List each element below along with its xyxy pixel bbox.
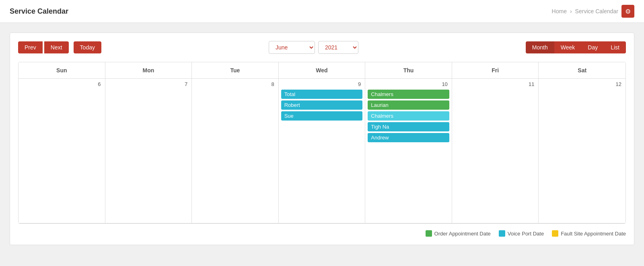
- calendar-event[interactable]: Robert: [281, 100, 363, 110]
- view-list-button[interactable]: List: [604, 41, 626, 53]
- calendar-header: SunMonTueWedThuFriSat: [19, 62, 625, 79]
- calendar-event[interactable]: Sue: [281, 111, 363, 121]
- month-year-selectors: JanuaryFebruaryMarchAprilMayJuneJulyAugu…: [269, 41, 358, 54]
- calendar-body: 6789TotalRobertSue10ChalmersLaurianChalm…: [19, 79, 625, 223]
- calendar-cell: 11: [452, 79, 539, 223]
- calendar-cell: 6: [19, 79, 105, 223]
- legend-order-label: Order Appointment Date: [434, 231, 491, 237]
- cell-date: 6: [21, 81, 103, 87]
- cell-date: 11: [455, 81, 536, 87]
- calendar-container: Prev Next Today JanuaryFebruaryMarchApri…: [10, 33, 634, 245]
- breadcrumb-home[interactable]: Home: [552, 8, 567, 14]
- calendar-header-cell: Sat: [539, 62, 625, 78]
- legend-order: Order Appointment Date: [426, 230, 491, 237]
- calendar-event[interactable]: Andrew: [368, 133, 449, 142]
- legend-voice-label: Voice Port Date: [508, 231, 544, 237]
- year-select[interactable]: 20192020202120222023: [318, 41, 358, 54]
- calendar-header-cell: Sun: [19, 62, 105, 78]
- main-content: Prev Next Today JanuaryFebruaryMarchApri…: [0, 23, 644, 255]
- cell-date: 8: [194, 81, 276, 87]
- calendar-event[interactable]: Laurian: [368, 100, 449, 110]
- cell-date: 12: [541, 81, 623, 87]
- calendar-header-cell: Tue: [192, 62, 279, 78]
- view-month-button[interactable]: Month: [526, 41, 554, 53]
- calendar-grid: SunMonTueWedThuFriSat 6789TotalRobertSue…: [18, 62, 626, 224]
- calendar-cell: 8: [192, 79, 279, 223]
- calendar-header-cell: Mon: [105, 62, 192, 78]
- calendar-event[interactable]: Total: [281, 90, 363, 99]
- legend-fault-icon: [552, 230, 558, 237]
- breadcrumb-sep: ›: [570, 8, 572, 14]
- view-day-button[interactable]: Day: [581, 41, 604, 53]
- today-button[interactable]: Today: [74, 41, 101, 53]
- view-buttons: Month Week Day List: [526, 41, 626, 53]
- legend-fault-label: Fault Site Appointment Date: [561, 231, 626, 237]
- view-week-button[interactable]: Week: [554, 41, 582, 53]
- calendar-header-cell: Fri: [452, 62, 539, 78]
- calendar-header-cell: Wed: [279, 62, 366, 78]
- cell-date: 10: [368, 81, 449, 87]
- next-button[interactable]: Next: [44, 41, 69, 53]
- cell-date: 9: [281, 81, 363, 87]
- calendar-event[interactable]: Chalmers: [368, 90, 449, 99]
- calendar-event[interactable]: Tigh Na: [368, 122, 449, 131]
- calendar-cell: 9TotalRobertSue: [279, 79, 366, 223]
- calendar-event[interactable]: Chalmers: [368, 111, 449, 121]
- calendar-cell: 12: [539, 79, 625, 223]
- calendar-toolbar: Prev Next Today JanuaryFebruaryMarchApri…: [18, 41, 626, 54]
- settings-button[interactable]: ⚙: [621, 5, 634, 18]
- breadcrumb-current: Service Calendar: [575, 8, 618, 14]
- prev-button[interactable]: Prev: [18, 41, 43, 53]
- legend-fault: Fault Site Appointment Date: [552, 230, 626, 237]
- top-bar: Service Calendar Home › Service Calendar…: [0, 0, 644, 23]
- legend-voice: Voice Port Date: [499, 230, 544, 237]
- calendar-cell: 10ChalmersLaurianChalmersTigh NaAndrew: [365, 79, 452, 223]
- legend-voice-icon: [499, 230, 505, 237]
- nav-buttons: Prev Next Today: [18, 41, 101, 53]
- calendar-cell: 7: [105, 79, 192, 223]
- breadcrumb: Home › Service Calendar: [552, 8, 618, 14]
- page-title: Service Calendar: [10, 7, 68, 16]
- cell-date: 7: [108, 81, 189, 87]
- legend: Order Appointment Date Voice Port Date F…: [18, 230, 626, 237]
- legend-order-icon: [426, 230, 432, 237]
- month-select[interactable]: JanuaryFebruaryMarchAprilMayJuneJulyAugu…: [269, 41, 315, 54]
- calendar-header-cell: Thu: [365, 62, 452, 78]
